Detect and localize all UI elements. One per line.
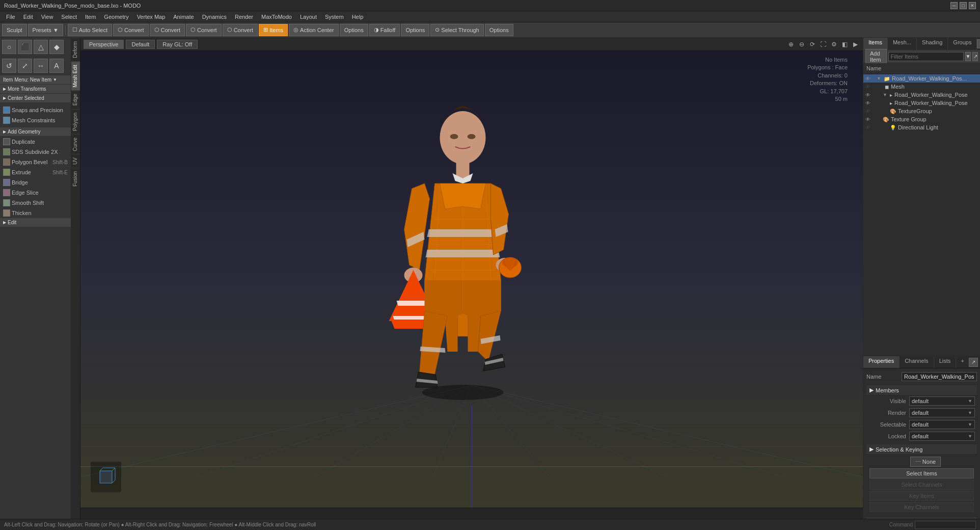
prop-tab-channels[interactable]: Channels bbox=[900, 356, 934, 368]
minimize-btn[interactable]: ─ bbox=[950, 2, 958, 9]
eye-icon-3[interactable]: 👁 bbox=[865, 100, 873, 106]
name-prop-input[interactable] bbox=[902, 372, 977, 381]
menu-layout[interactable]: Layout bbox=[296, 13, 321, 21]
convert-btn-2[interactable]: ⬡ Convert bbox=[150, 24, 185, 36]
items-btn[interactable]: ⊞ Items bbox=[259, 24, 288, 36]
prop-tab-lists[interactable]: Lists bbox=[934, 356, 957, 368]
tree-item-texgrp2[interactable]: 👁 🎨 Texture Group bbox=[863, 115, 980, 123]
mesh-constraints-btn[interactable]: Mesh Constraints bbox=[0, 115, 71, 125]
add-item-btn[interactable]: Add Item bbox=[865, 49, 887, 64]
key-channels-btn[interactable]: Key Channels bbox=[869, 502, 974, 512]
left-vtab-deform[interactable]: Deform bbox=[71, 38, 80, 61]
tree-item-rw1[interactable]: 👁 ▼ ▸ Road_Worker_Walking_Pose bbox=[863, 91, 980, 99]
convert-btn-4[interactable]: ⬡ Convert bbox=[223, 24, 258, 36]
snaps-btn[interactable]: Snaps and Precision bbox=[0, 105, 71, 115]
menu-vertex-map[interactable]: Vertex Map bbox=[133, 13, 170, 21]
vp-zoom-in-icon[interactable]: ⊕ bbox=[786, 40, 796, 49]
locked-dropdown[interactable]: default ▼ bbox=[909, 432, 975, 441]
tool-text[interactable]: A bbox=[49, 59, 64, 73]
tree-item-mesh[interactable]: 👁 ◼ Mesh bbox=[863, 83, 980, 91]
filter-items-input[interactable] bbox=[888, 52, 964, 61]
tool-scale[interactable]: ⤢ bbox=[18, 59, 32, 73]
sel-keying-toggle[interactable]: ▶ bbox=[869, 446, 874, 453]
falloff-btn[interactable]: ◑ Falloff bbox=[369, 24, 400, 36]
presets-btn[interactable]: Presets ▼ bbox=[28, 24, 63, 36]
tree-item-rw2[interactable]: 👁 ▸ Road_Worker_Walking_Pose bbox=[863, 99, 980, 107]
eye-icon-2[interactable]: 👁 bbox=[865, 92, 873, 98]
filter-icon[interactable]: ▼ bbox=[965, 52, 971, 61]
edge-slice-btn[interactable]: Edge Slice bbox=[0, 188, 71, 198]
menu-help[interactable]: Help bbox=[348, 13, 368, 21]
tree-item-light[interactable]: 👁 💡 Directional Light bbox=[863, 123, 980, 131]
menu-file[interactable]: File bbox=[2, 13, 19, 21]
vp-layout-icon[interactable]: ◧ bbox=[840, 40, 849, 49]
eye-icon-1[interactable]: 👁 bbox=[865, 84, 873, 90]
left-vtab-mesh-edit[interactable]: Mesh Edit bbox=[71, 61, 80, 90]
sculpt-btn[interactable]: Sculpt bbox=[2, 24, 27, 36]
maximize-btn[interactable]: □ bbox=[960, 2, 967, 9]
toggle-0[interactable]: ▼ bbox=[877, 76, 883, 81]
menu-geometry[interactable]: Geometry bbox=[100, 13, 132, 21]
eye-icon-6[interactable]: 👁 bbox=[865, 125, 873, 130]
options-btn-1[interactable]: Options bbox=[340, 24, 368, 36]
menu-render[interactable]: Render bbox=[231, 13, 257, 21]
members-toggle[interactable]: ▶ bbox=[869, 387, 874, 393]
item-menu-header[interactable]: Item Menu: New Item ▼ bbox=[0, 75, 71, 85]
menu-dynamics[interactable]: Dynamics bbox=[198, 13, 231, 21]
tool-rotate[interactable]: ↺ bbox=[2, 59, 16, 73]
bridge-btn[interactable]: Bridge bbox=[0, 177, 71, 188]
left-vtab-edge[interactable]: Edge bbox=[71, 90, 80, 109]
menu-system[interactable]: System bbox=[321, 13, 348, 21]
auto-select-btn[interactable]: ☐ Auto Select bbox=[68, 24, 112, 36]
select-through-btn[interactable]: ⊙ Select Through bbox=[430, 24, 483, 36]
key-items-btn[interactable]: Key Items bbox=[869, 491, 974, 501]
convert-btn-3[interactable]: ⬡ Convert bbox=[186, 24, 222, 36]
convert-btn-1[interactable]: ⬡ Convert bbox=[113, 24, 149, 36]
more-transforms-header[interactable]: ▶ More Transforms bbox=[0, 85, 71, 94]
tool-circle[interactable]: ○ bbox=[2, 40, 16, 54]
menu-view[interactable]: View bbox=[37, 13, 58, 21]
action-center-btn[interactable]: ◎ Action Center bbox=[289, 24, 339, 36]
vp-zoom-out-icon[interactable]: ⊖ bbox=[797, 40, 806, 49]
prop-tab-add[interactable]: + bbox=[957, 356, 968, 368]
menu-maxtomodo[interactable]: MaxToModo bbox=[257, 13, 296, 21]
close-btn[interactable]: ✕ bbox=[969, 2, 976, 9]
left-vtab-uv[interactable]: UV bbox=[71, 154, 80, 168]
command-input[interactable] bbox=[915, 521, 976, 529]
visible-dropdown[interactable]: default ▼ bbox=[909, 396, 975, 406]
vp-reset-icon[interactable]: ⟳ bbox=[808, 40, 817, 49]
center-selected-header[interactable]: ▶ Center Selected bbox=[0, 94, 71, 103]
expand-icon[interactable]: ↗ bbox=[972, 52, 978, 61]
polygon-bevel-btn[interactable]: Polygon Bevel Shift-B bbox=[0, 157, 71, 167]
extrude-btn[interactable]: Extrude Shift-E bbox=[0, 167, 71, 177]
tool-square[interactable]: ⬛ bbox=[18, 40, 32, 54]
toggle-2[interactable]: ▼ bbox=[883, 92, 889, 97]
menu-edit[interactable]: Edit bbox=[19, 13, 37, 21]
duplicate-btn[interactable]: Duplicate bbox=[0, 137, 71, 147]
selectable-dropdown[interactable]: default ▼ bbox=[909, 420, 975, 429]
add-geometry-header[interactable]: ▶ Add Geometry bbox=[0, 127, 71, 137]
menu-animate[interactable]: Animate bbox=[169, 13, 198, 21]
left-vtab-fusion[interactable]: Fusion bbox=[71, 168, 80, 190]
select-items-btn[interactable]: Select Items bbox=[869, 468, 974, 479]
prop-tab-properties[interactable]: Properties bbox=[863, 356, 900, 368]
eye-icon-5[interactable]: 👁 bbox=[865, 117, 873, 122]
right-tab-items[interactable]: Items bbox=[863, 38, 888, 50]
right-tab-groups[interactable]: Groups bbox=[948, 38, 977, 50]
smooth-shift-btn[interactable]: Smooth Shift bbox=[0, 198, 71, 208]
edit-section-header[interactable]: ▶ Edit bbox=[0, 218, 71, 227]
options-btn-2[interactable]: Options bbox=[401, 24, 429, 36]
render-dropdown[interactable]: default ▼ bbox=[909, 408, 975, 417]
left-vtab-polygon[interactable]: Polygon bbox=[71, 109, 80, 134]
tool-triangle[interactable]: △ bbox=[34, 40, 48, 54]
select-channels-btn[interactable]: Select Channels bbox=[869, 480, 974, 490]
tree-item-texgrp[interactable]: 👁 🎨 TextureGroup bbox=[863, 107, 980, 115]
right-tab-mesh[interactable]: Mesh... bbox=[888, 38, 917, 50]
none-btn[interactable]: ⋯ None bbox=[910, 457, 941, 467]
vp-frame-icon[interactable]: ⛶ bbox=[819, 40, 828, 49]
vp-tab-perspective[interactable]: Perspective bbox=[84, 40, 124, 49]
thicken-btn[interactable]: Thicken bbox=[0, 208, 71, 218]
menu-select[interactable]: Select bbox=[57, 13, 81, 21]
window-controls[interactable]: ─ □ ✕ bbox=[950, 2, 976, 9]
menu-item[interactable]: Item bbox=[81, 13, 100, 21]
